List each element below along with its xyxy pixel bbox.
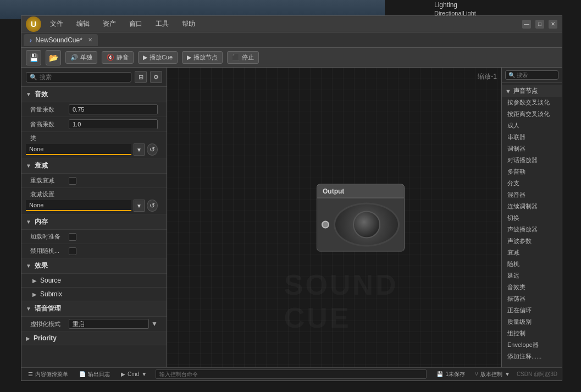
right-item-8[interactable]: 混音器 xyxy=(502,189,562,201)
disable-random-checkbox[interactable] xyxy=(69,247,76,255)
atten-dropdown-arrow[interactable]: ▼ xyxy=(134,200,145,212)
right-item-17[interactable]: 振荡器 xyxy=(502,293,562,305)
source-label: Source xyxy=(40,277,61,284)
open-icon: 📂 xyxy=(49,53,58,62)
right-item-4[interactable]: 调制器 xyxy=(502,143,562,154)
right-item-14[interactable]: 随机 xyxy=(502,258,562,270)
right-item-6[interactable]: 多普勒 xyxy=(502,166,562,178)
play-node-icon: ▶ xyxy=(187,54,191,61)
right-category-arrow: ▼ xyxy=(505,88,511,95)
content-menu-icon: ☰ xyxy=(28,371,33,377)
search-bar: 🔍 ⊞ ⚙ xyxy=(21,68,167,87)
ue-logo: U xyxy=(26,16,41,32)
menu-file[interactable]: 文件 xyxy=(48,18,65,30)
right-item-9[interactable]: 连续调制器 xyxy=(502,201,562,212)
mute-label: 静音 xyxy=(117,53,129,62)
mute-button[interactable]: 🔇 静音 xyxy=(102,51,134,64)
canvas-watermark: SOUND CUE xyxy=(284,268,451,334)
right-item-13[interactable]: 衰减 xyxy=(502,247,562,258)
class-select[interactable]: None xyxy=(26,144,131,155)
submix-label: Submix xyxy=(40,290,62,298)
right-item-2[interactable]: 成人 xyxy=(502,120,562,131)
cmd-input[interactable] xyxy=(156,369,427,379)
right-item-3[interactable]: 串联器 xyxy=(502,131,562,143)
prop-virtual-mode: 虚拟化模式 重启 ▼ xyxy=(21,317,167,332)
open-button[interactable]: 📂 xyxy=(46,50,61,65)
menu-window[interactable]: 窗口 xyxy=(127,18,145,30)
right-item-15[interactable]: 延迟 xyxy=(502,270,562,281)
sound-cue-tab[interactable]: ♪ NewSoundCue* ✕ xyxy=(24,34,98,46)
right-item-19[interactable]: 质量级别 xyxy=(502,316,562,328)
right-item-18[interactable]: 正在偏环 xyxy=(502,305,562,316)
close-button[interactable]: ✕ xyxy=(549,20,557,29)
right-item-20[interactable]: 组控制 xyxy=(502,328,562,339)
right-item-10[interactable]: 切换 xyxy=(502,212,562,224)
right-item-16[interactable]: 音效类 xyxy=(502,281,562,293)
stop-button[interactable]: ⬛ 停止 xyxy=(227,51,259,64)
maximize-button[interactable]: □ xyxy=(535,20,544,29)
source-arrow: ▶ xyxy=(32,278,37,284)
right-search-input[interactable] xyxy=(517,72,555,78)
save-status-button[interactable]: 💾 1未保存 xyxy=(433,369,468,379)
atten-reset-button[interactable]: ↺ xyxy=(147,200,158,212)
class-reset-button[interactable]: ↺ xyxy=(147,143,158,156)
section-arrow-memory: ▼ xyxy=(26,219,31,225)
menu-assets[interactable]: 资产 xyxy=(101,18,118,30)
section-sound-effect[interactable]: ▼ 音效 xyxy=(21,87,167,102)
output-connector[interactable] xyxy=(322,220,329,228)
section-voice-mgmt[interactable]: ▼ 语音管理 xyxy=(21,301,167,317)
section-attenuation[interactable]: ▼ 衰减 xyxy=(21,158,167,174)
right-item-0[interactable]: 按参数交叉淡化 xyxy=(502,97,562,108)
cmd-button[interactable]: ▶ Cmd ▼ xyxy=(119,370,149,378)
grid-view-button[interactable]: ⊞ xyxy=(135,71,147,83)
properties-scroll: ▼ 音效 音量乘数 音高乘数 类 None xyxy=(21,87,167,367)
section-memory[interactable]: ▼ 内存 xyxy=(21,214,167,230)
content-menu-button[interactable]: ☰ 内容侧滑菜单 xyxy=(26,369,70,379)
editor-window: U 文件 编辑 资产 窗口 工具 帮助 — □ ✕ ♪ NewSoundCue*… xyxy=(21,15,562,381)
settings-button[interactable]: ⚙ xyxy=(150,71,162,83)
output-log-button[interactable]: 📄 输出日志 xyxy=(77,369,112,379)
menu-help[interactable]: 帮助 xyxy=(180,18,197,30)
load-prepare-checkbox[interactable] xyxy=(69,233,76,241)
version-control-icon: ⑂ xyxy=(475,371,478,377)
version-control-button[interactable]: ⑂ 版本控制 ▼ xyxy=(475,371,510,378)
save-button[interactable]: 💾 xyxy=(26,50,41,65)
right-category-sound-nodes[interactable]: ▼ 声音节点 xyxy=(502,85,562,97)
mute-icon: 🔇 xyxy=(107,54,114,61)
class-dropdown-arrow[interactable]: ▼ xyxy=(134,143,145,156)
play-cue-button[interactable]: ▶ 播放Cue xyxy=(138,51,178,64)
prop-override-atten: 重载衰减 xyxy=(21,174,167,188)
atten-select[interactable]: None xyxy=(26,200,131,211)
right-item-12[interactable]: 声波参数 xyxy=(502,235,562,247)
source-item[interactable]: ▶ Source xyxy=(21,274,167,288)
right-search: 🔍 xyxy=(502,68,562,83)
virtual-mode-arrow[interactable]: ▼ xyxy=(151,320,158,328)
play-node-button[interactable]: ▶ 播放节点 xyxy=(182,51,223,64)
prop-volume: 音量乘数 xyxy=(21,102,167,117)
right-item-5[interactable]: 对话播放器 xyxy=(502,154,562,166)
submix-item[interactable]: ▶ Submix xyxy=(21,288,167,301)
override-atten-checkbox[interactable] xyxy=(69,177,76,185)
menu-edit[interactable]: 编辑 xyxy=(74,18,92,30)
right-item-1[interactable]: 按距离交叉淡化 xyxy=(502,108,562,120)
menu-tools[interactable]: 工具 xyxy=(153,18,171,30)
status-bar: ☰ 内容侧滑菜单 📄 输出日志 ▶ Cmd ▼ 💾 1未保存 ⑂ 版本控制 ▼ … xyxy=(21,367,562,380)
output-log-label: 输出日志 xyxy=(88,371,110,378)
section-effects[interactable]: ▼ 效果 xyxy=(21,258,167,274)
right-item-11[interactable]: 声波播放器 xyxy=(502,224,562,235)
section-priority[interactable]: ▶ Priority xyxy=(21,332,167,345)
right-item-21[interactable]: Envelope器 xyxy=(502,339,562,351)
section-arrow-priority: ▶ xyxy=(26,335,30,341)
volume-input[interactable] xyxy=(69,104,158,114)
tab-close-button[interactable]: ✕ xyxy=(88,37,92,43)
search-input[interactable] xyxy=(40,74,128,80)
right-item-22[interactable]: 添加注释...... xyxy=(502,351,562,362)
disable-random-label: 禁用随机... xyxy=(30,247,69,255)
section-title-memory: 内存 xyxy=(35,217,48,227)
right-item-7[interactable]: 分支 xyxy=(502,178,562,189)
pitch-input[interactable] xyxy=(69,119,158,129)
solo-button[interactable]: 🔊 单独 xyxy=(65,51,97,64)
virtual-mode-select[interactable]: 重启 xyxy=(69,319,149,329)
canvas-area[interactable]: 缩放-1 Output SOUND CUE xyxy=(167,68,501,367)
minimize-button[interactable]: — xyxy=(522,20,531,29)
